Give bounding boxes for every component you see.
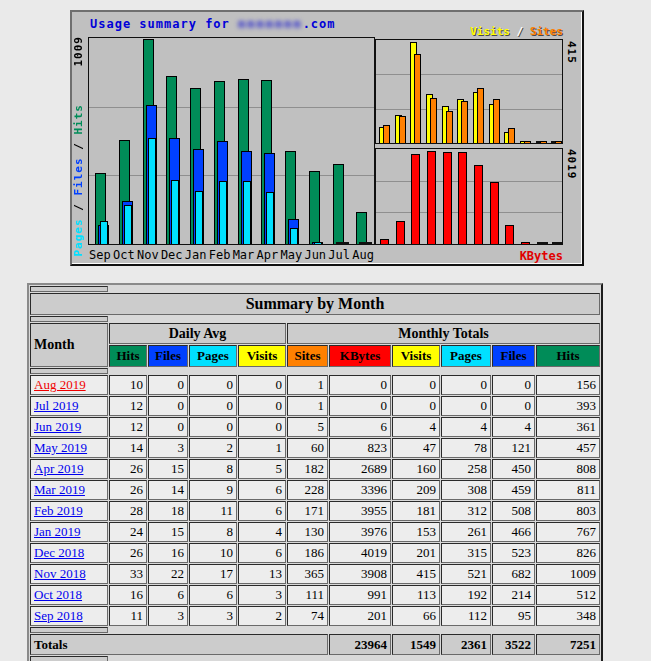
- column-header-files: Files: [148, 345, 188, 367]
- month-link[interactable]: Sep 2018: [34, 608, 83, 623]
- data-cell: 13: [238, 564, 286, 584]
- month-link[interactable]: Jul 2019: [34, 398, 78, 413]
- column-header-files: Files: [492, 345, 535, 367]
- hits-bar: [309, 171, 320, 244]
- pages-bar: [100, 221, 108, 244]
- pages-bar: [195, 191, 203, 244]
- totals-label: Totals: [30, 634, 328, 655]
- pages-bar: [266, 192, 274, 244]
- month-link[interactable]: Nov 2018: [34, 566, 86, 581]
- data-cell: 0: [441, 375, 491, 395]
- data-cell: 160: [392, 459, 440, 479]
- kbytes-bar: [458, 152, 467, 244]
- sites-bar: [430, 98, 437, 143]
- data-cell: 0: [392, 375, 440, 395]
- month-cell: Sep 2018: [30, 606, 108, 626]
- month-link[interactable]: Aug 2019: [34, 377, 86, 392]
- data-cell: 4019: [329, 543, 391, 563]
- pages-bar: [361, 242, 371, 244]
- pages-bar: [124, 205, 132, 244]
- month-link[interactable]: Mar 2019: [34, 482, 85, 497]
- data-cell: 466: [492, 522, 535, 542]
- usage-summary-graph: Usage summary for mmmmmmm.com 1009 Pages…: [70, 10, 584, 266]
- data-cell: 0: [329, 375, 391, 395]
- data-cell: 33: [109, 564, 147, 584]
- month-axis-label: Nov: [136, 248, 160, 262]
- kbytes-bar: [411, 154, 420, 244]
- data-cell: 95: [492, 606, 535, 626]
- hits-bar: [356, 212, 367, 244]
- month-link[interactable]: Oct 2018: [34, 587, 82, 602]
- sites-bar: [508, 128, 515, 143]
- data-cell: 508: [492, 501, 535, 521]
- month-link[interactable]: May 2019: [34, 440, 87, 455]
- month-link[interactable]: Jun 2019: [34, 419, 81, 434]
- data-cell: 8: [189, 522, 237, 542]
- data-cell: 826: [536, 543, 600, 563]
- hits-files-pages-chart: [88, 37, 375, 245]
- data-cell: 1: [238, 438, 286, 458]
- legend-separator: /: [510, 25, 530, 38]
- month-link[interactable]: Apr 2019: [34, 461, 83, 476]
- table-row: Aug 20191000010000156: [30, 375, 600, 395]
- total-cell: 7251: [536, 634, 600, 655]
- data-cell: 6: [329, 417, 391, 437]
- month-link[interactable]: Jan 2019: [34, 524, 81, 539]
- pages-bar: [243, 181, 251, 244]
- data-cell: 365: [287, 564, 328, 584]
- column-header-visits: Visits: [392, 345, 440, 367]
- totals-row: Totals 239641549236135227251: [30, 634, 600, 655]
- hits-axis-word: Hits: [72, 104, 85, 135]
- data-cell: 228: [287, 480, 328, 500]
- spacer-row: [30, 316, 600, 322]
- gridline: [376, 74, 562, 75]
- data-cell: 0: [492, 375, 535, 395]
- data-cell: 111: [287, 585, 328, 605]
- table-row: May 201914321608234778121457: [30, 438, 600, 458]
- pages-axis-word: Pages: [72, 218, 85, 256]
- data-cell: 450: [492, 459, 535, 479]
- data-cell: 0: [238, 375, 286, 395]
- spacer-row: [30, 656, 600, 661]
- data-cell: 22: [148, 564, 188, 584]
- month-link[interactable]: Dec 2018: [34, 545, 84, 560]
- table-row: Apr 20192615851822689160258450808: [30, 459, 600, 479]
- data-cell: 60: [287, 438, 328, 458]
- data-cell: 78: [441, 438, 491, 458]
- month-axis-label: May: [279, 248, 303, 262]
- data-cell: 14: [148, 480, 188, 500]
- data-cell: 2: [189, 438, 237, 458]
- gridline: [376, 181, 562, 182]
- data-cell: 361: [536, 417, 600, 437]
- sites-bar: [540, 141, 547, 143]
- left-axis-max-label: 1009: [72, 36, 85, 67]
- column-header-hits: Hits: [536, 345, 600, 367]
- data-cell: 10: [109, 375, 147, 395]
- data-cell: 153: [392, 522, 440, 542]
- monthly-totals-group-header: Monthly Totals: [287, 323, 600, 344]
- data-cell: 4: [392, 417, 440, 437]
- sites-legend-label: Sites: [530, 25, 563, 38]
- month-cell: Nov 2018: [30, 564, 108, 584]
- data-cell: 112: [441, 606, 491, 626]
- kbytes-bar: [552, 242, 563, 244]
- column-header-sites: Sites: [287, 345, 328, 367]
- data-cell: 811: [536, 480, 600, 500]
- hits-bar: [333, 164, 344, 244]
- month-cell: Mar 2019: [30, 480, 108, 500]
- sites-bar: [383, 125, 390, 143]
- table-row: Jun 20191200056444361: [30, 417, 600, 437]
- month-axis-label: Oct: [112, 248, 136, 262]
- data-cell: 16: [148, 543, 188, 563]
- month-link[interactable]: Feb 2019: [34, 503, 83, 518]
- month-cell: Oct 2018: [30, 585, 108, 605]
- data-cell: 12: [109, 417, 147, 437]
- data-cell: 459: [492, 480, 535, 500]
- month-axis-label: Apr: [255, 248, 279, 262]
- data-cell: 0: [238, 396, 286, 416]
- graph-title-suffix: .com: [303, 17, 336, 31]
- month-cell: Jul 2019: [30, 396, 108, 416]
- data-cell: 121: [492, 438, 535, 458]
- data-cell: 12: [109, 396, 147, 416]
- data-cell: 17: [189, 564, 237, 584]
